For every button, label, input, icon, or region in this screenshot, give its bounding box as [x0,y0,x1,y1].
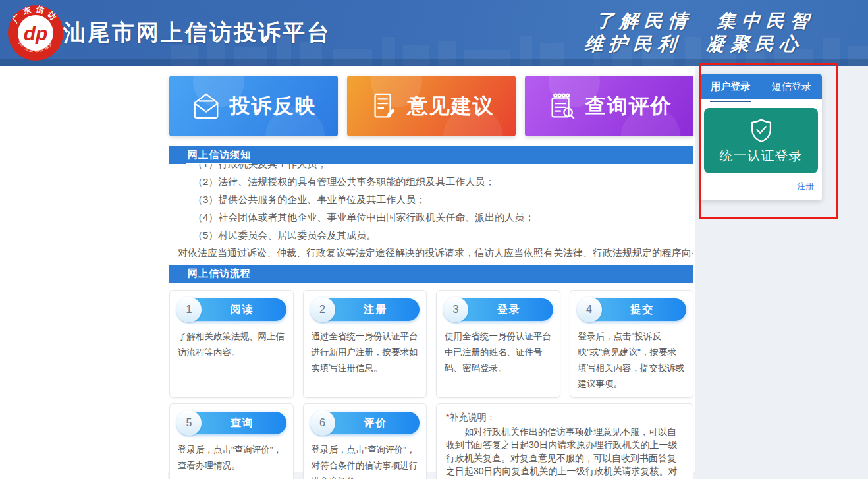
tab-user-login[interactable]: 用户登录 [700,74,761,99]
step-description: 了解相关政策法规、网上信访流程等内容。 [170,327,293,366]
notice-line: 对依法应当通过诉讼、仲裁、行政复议等法定途径解决的投诉请求，信访人应当依照有关法… [169,244,693,257]
document-edit-icon [369,91,399,121]
supplement-body: 如对行政机关作出的信访事项处理意见不服，可以自收到书面答复之日起30日内请求原办… [446,425,684,479]
notice-line: （2）法律、法规授权的具有管理公共事务职能的组织及其工作人员； [169,173,693,190]
step-description: 登录后，点击"查询评价"，对符合条件的信访事项进行满意度评价。 [304,441,427,479]
supplement-heading: *补充说明： [446,410,684,424]
step-number-badge: 6 [310,410,335,436]
page-title: 汕尾市网上信访投诉平台 [63,18,331,48]
logo-monogram: dp [24,22,48,44]
notice-line: （5）村民委员会、居民委员会及其成员。 [169,226,693,244]
clipboard-search-icon [547,91,577,121]
step-description: 登录后，点击"查询评价"，查看办理情况。 [170,441,293,479]
register-link[interactable]: 注册 [797,181,814,191]
step-number-badge: 4 [577,297,602,322]
suggestion-button[interactable]: 意见建议 [347,76,516,136]
notice-section-title: 网上信访须知 [186,149,252,165]
step-number-badge: 2 [310,297,335,322]
notice-line: （1）行政机关及其工作人员； [169,164,693,173]
step-name: 查询 [231,416,254,430]
supplement-card: *补充说明： 如对行政机关作出的信访事项处理意见不服，可以自收到书面答复之日起3… [436,403,693,479]
step-name: 登录 [497,303,521,317]
slogan-line-2: 维护民利 凝聚民心 [584,32,814,55]
step-description: 通过全省统一身份认证平台进行新用户注册，按要求如实填写注册信息。 [304,327,427,381]
page: dp 广东信访 为民 法治 和谐 服务 汕尾市网上信访投诉平台 了解民情 集中民… [0,0,868,479]
query-evaluate-button-label: 查询评价 [585,92,672,120]
process-section-bar: 网上信访流程 [169,265,693,283]
unified-auth-login-button[interactable]: 统一认证登录 [704,108,818,173]
tab-user-login-label: 用户登录 [711,80,750,93]
unified-auth-login-label: 统一认证登录 [720,147,803,165]
step-name: 注册 [364,303,387,317]
notice-section-bar: 网上信访须知 [169,146,693,164]
step-name: 提交 [630,303,654,317]
shield-check-icon [748,117,774,144]
step-number-badge: 3 [443,297,468,322]
step-card-evaluate: 6 评价 登录后，点击"查询评价"，对符合条件的信访事项进行满意度评价。 [303,403,427,479]
supplement-label: 补充说明： [449,412,495,422]
step-description: 登录后，点击"投诉反映"或"意见建议"，按要求填写相关内容，提交投诉或建议事项。 [570,327,693,397]
step-name: 评价 [364,416,387,430]
login-tabs: 用户登录 短信登录 [700,74,822,99]
process-steps-grid: 1 阅读 了解相关政策法规、网上信访流程等内容。 2 注册 通过全省统一身份认证… [169,290,693,479]
step-card-login: 3 登录 使用全省统一身份认证平台中已注册的姓名、证件号码、密码登录。 [436,290,560,398]
header-slogan: 了解民情 集中民智 维护民利 凝聚民心 [593,9,816,55]
page-header: dp 广东信访 为民 法治 和谐 服务 汕尾市网上信访投诉平台 了解民情 集中民… [0,0,868,66]
step-name: 阅读 [231,303,254,317]
main-content: 投诉反映 意见建议 查询评价 [168,66,695,472]
slogan-line-1: 了解民情 集中民智 [595,9,815,32]
notice-scroll-area[interactable]: （1）行政机关及其工作人员； （2）法律、法规授权的具有管理公共事务职能的组织及… [169,164,693,257]
complaint-button[interactable]: 投诉反映 [169,76,338,136]
guangdong-xinfang-logo: dp 广东信访 为民 法治 和谐 服务 [7,4,65,62]
action-buttons-row: 投诉反映 意见建议 查询评价 [169,76,693,136]
step-card-query: 5 查询 登录后，点击"查询评价"，查看办理情况。 [169,403,294,479]
login-panel: 用户登录 短信登录 统一认证登录 注册 [700,74,822,200]
step-card-submit: 4 提交 登录后，点击"投诉反映"或"意见建议"，按要求填写相关内容，提交投诉或… [570,290,694,398]
step-card-read: 1 阅读 了解相关政策法规、网上信访流程等内容。 [169,290,294,398]
step-number-badge: 5 [176,410,202,436]
notice-line: （4）社会团体或者其他企业、事业单位中由国家行政机关任命、派出的人员； [169,208,693,226]
tab-sms-login[interactable]: 短信登录 [761,74,823,99]
envelope-icon [191,91,221,121]
complaint-button-label: 投诉反映 [230,92,317,120]
notice-line: （3）提供公共服务的企业、事业单位及其工作人员； [169,190,693,208]
step-card-register: 2 注册 通过全省统一身份认证平台进行新用户注册，按要求如实填写注册信息。 [303,290,427,398]
query-evaluate-button[interactable]: 查询评价 [525,76,693,136]
suggestion-button-label: 意见建议 [408,92,495,120]
step-description: 使用全省统一身份认证平台中已注册的姓名、证件号码、密码登录。 [437,327,560,381]
header-water-band [0,59,868,66]
process-section-title: 网上信访流程 [186,268,252,282]
tab-sms-login-label: 短信登录 [772,80,811,93]
register-row: 注册 [700,180,822,200]
step-number-badge: 1 [176,297,202,322]
